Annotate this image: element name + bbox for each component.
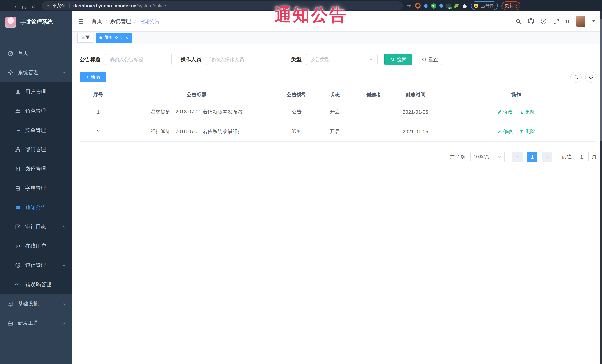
close-icon[interactable]: ×: [125, 35, 128, 40]
extension-gem-icon[interactable]: [439, 3, 443, 8]
home-icon[interactable]: ⌂: [29, 0, 39, 11]
sidebar-item-infrastructure[interactable]: 基础设施: [0, 294, 72, 314]
sidebar-menu: 首页 系统管理 用户管理 角色管理 菜单管理: [0, 33, 72, 333]
sidebar-item-audit-log[interactable]: 审计日志: [0, 217, 72, 237]
delete-button[interactable]: 删除: [519, 128, 535, 135]
tab-home[interactable]: 首页: [77, 33, 94, 42]
delete-button[interactable]: 删除: [519, 109, 535, 115]
caret-down-icon[interactable]: [592, 21, 595, 22]
tab-notice[interactable]: 通知公告 ×: [96, 33, 132, 42]
refresh-table-button[interactable]: [585, 72, 596, 83]
app-title: 芋道管理系统: [20, 19, 53, 26]
edit-button[interactable]: 修改: [497, 128, 513, 135]
menu-list-icon: [15, 127, 21, 134]
sidebar-fold-icon[interactable]: [77, 18, 84, 25]
cell-status: 开启: [317, 122, 352, 141]
sidebar-item-notice[interactable]: 通知公告: [0, 198, 72, 217]
forward-icon[interactable]: →: [10, 0, 19, 11]
search-icon[interactable]: [515, 18, 521, 24]
github-icon[interactable]: [528, 18, 534, 24]
operator-filter-label: 操作人员: [181, 56, 201, 63]
sidebar-item-online-users[interactable]: 在线用户: [0, 237, 72, 256]
breadcrumb-system[interactable]: 系统管理: [110, 18, 131, 25]
toggle-search-button[interactable]: [570, 72, 582, 83]
extensions-puzzle-icon[interactable]: [462, 3, 467, 9]
url-path[interactable]: /system/notice: [137, 3, 166, 8]
notice-table: 序号 公告标题 公告类型 状态 创建者 创建时间 操作 1 温馨提醒：2018-: [80, 87, 596, 142]
back-icon[interactable]: ←: [0, 0, 10, 11]
page-size-select[interactable]: 10条/页: [470, 152, 505, 162]
search-icon: [574, 75, 579, 80]
sidebar-item-dev-tools[interactable]: 研发工具: [0, 314, 72, 333]
update-label: 更新: [505, 3, 514, 9]
fullscreen-icon[interactable]: [553, 18, 559, 24]
cell-creator: [352, 122, 395, 141]
chevron-down-icon: [369, 57, 373, 62]
book-icon: [15, 185, 21, 191]
type-select[interactable]: 公告类型: [306, 54, 378, 65]
sidebar-item-label: 审计日志: [25, 224, 46, 230]
extension-green-icon[interactable]: [431, 3, 436, 8]
app-logo: [5, 17, 16, 28]
chat-bubble-icon: [15, 205, 21, 210]
refresh-icon: [422, 57, 427, 62]
sidebar: 芋道管理系统 首页 系统管理 用户管理 角色管理: [0, 11, 72, 364]
sidebar-item-system[interactable]: 系统管理: [0, 63, 72, 82]
security-label[interactable]: 不安全: [52, 3, 66, 9]
browser-address-bar[interactable]: ⚠ 不安全 dashboard.yudao.iocoder.cn/system/…: [42, 1, 403, 10]
extension-donut-icon[interactable]: [415, 3, 420, 9]
goto-page-input[interactable]: [575, 152, 589, 162]
sidebar-item-departments[interactable]: 部门管理: [0, 140, 72, 159]
reset-button[interactable]: 重置: [418, 54, 442, 65]
bookmark-star-icon[interactable]: ☆: [407, 3, 411, 9]
svg-text:?: ?: [542, 20, 545, 23]
operator-filter-input[interactable]: [206, 54, 276, 65]
sidebar-item-label: 系统管理: [18, 69, 39, 76]
active-dot-icon: [99, 36, 102, 39]
search-button[interactable]: 搜索: [384, 54, 412, 65]
sidebar-item-error-codes[interactable]: </> 错误码管理: [0, 275, 72, 294]
menu-kebab-icon[interactable]: [516, 4, 517, 8]
browser-update-button[interactable]: 更新: [501, 1, 520, 10]
reload-icon[interactable]: [19, 2, 29, 10]
avatar[interactable]: [576, 16, 585, 27]
url-host[interactable]: dashboard.yudao.iocoder.cn: [74, 3, 137, 8]
next-page-button[interactable]: ›: [542, 152, 552, 162]
sidebar-item-posts[interactable]: 岗位管理: [0, 159, 72, 179]
sidebar-item-roles[interactable]: 角色管理: [0, 102, 72, 121]
extension-pin-icon[interactable]: [423, 3, 428, 8]
extension-leaf-icon[interactable]: [454, 3, 459, 8]
breadcrumb-home[interactable]: 首页: [92, 18, 102, 25]
font-size-icon[interactable]: tT: [565, 19, 570, 24]
sidebar-item-dictionary[interactable]: 字典管理: [0, 179, 72, 198]
sidebar-item-users[interactable]: 用户管理: [0, 82, 72, 102]
sidebar-item-menus[interactable]: 菜单管理: [0, 121, 72, 140]
col-actions: 操作: [436, 87, 596, 102]
prev-page-button[interactable]: ‹: [512, 152, 523, 162]
add-button[interactable]: + 新增: [80, 72, 107, 82]
screen: ← → ⌂ ⚠ 不安全 dashboard.yudao.iocoder.cn/s…: [0, 0, 602, 364]
help-icon[interactable]: ?: [540, 18, 547, 24]
goto-label: 前往: [562, 154, 572, 160]
scrollbar[interactable]: [600, 11, 602, 364]
current-page-button[interactable]: 1: [527, 152, 538, 162]
table-row: 2 维护通知：2018-07-01 若依系统凌晨维护 通知 开启 2021-01…: [80, 122, 596, 141]
title-filter-input[interactable]: [105, 54, 172, 65]
pagination: 共 2 条 10条/页 ‹ 1 › 前往 页: [80, 152, 596, 162]
app-window: 芋道管理系统 首页 系统管理 用户管理 角色管理: [0, 11, 602, 364]
cell-created: 2021-01-05: [395, 102, 436, 122]
extension-proxy-icon[interactable]: on: [446, 4, 451, 8]
breadcrumb-current: 通知公告: [139, 18, 160, 25]
tab-label: 首页: [81, 34, 90, 41]
sidebar-logo-row[interactable]: 芋道管理系统: [0, 11, 72, 33]
scrollbar-thumb[interactable]: [600, 19, 602, 141]
pencil-icon: [497, 129, 502, 134]
extension-icons: on: [415, 3, 467, 9]
chevron-up-icon: [62, 70, 66, 75]
sidebar-item-sms[interactable]: 短信管理: [0, 256, 72, 275]
profile-paused-pill[interactable]: 已暂停: [471, 1, 498, 10]
sidebar-item-home[interactable]: 首页: [0, 44, 72, 63]
edit-button[interactable]: 修改: [497, 109, 513, 115]
title-filter-label: 公告标题: [80, 56, 100, 63]
sidebar-item-label: 错误码管理: [25, 281, 51, 288]
